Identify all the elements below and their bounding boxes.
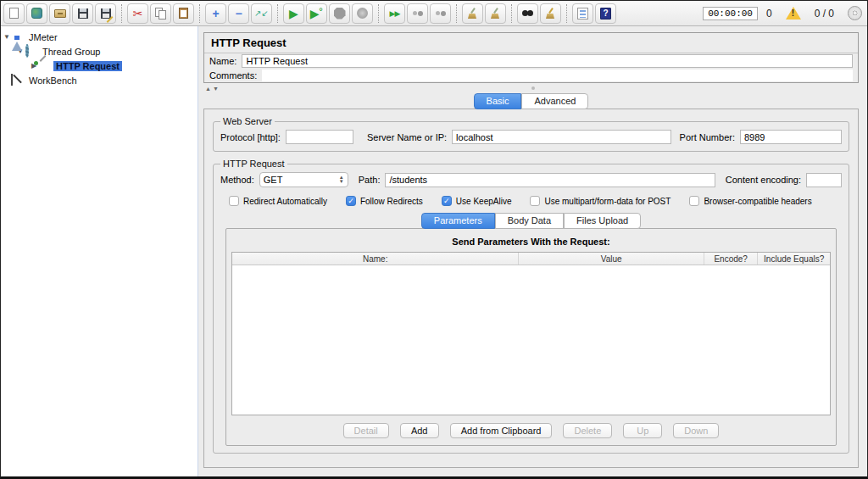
comments-row: Comments: — [204, 69, 858, 82]
send-parameters-title: Send Parameters With the Request: — [231, 232, 831, 252]
error-count: 0 — [766, 8, 772, 19]
run-indicator-icon — [848, 6, 862, 20]
checkbox-icon[interactable] — [229, 196, 239, 206]
name-label: Name: — [209, 56, 236, 66]
method-select[interactable]: GET ▲▼ — [259, 172, 348, 187]
checkbox-checked-icon[interactable]: ✓ — [442, 196, 452, 206]
elapsed-timer: 00:00:00 — [703, 7, 758, 20]
checkbox-icon[interactable] — [689, 196, 699, 206]
stop-icon — [334, 8, 346, 19]
protocol-label: Protocol [http]: — [220, 132, 281, 142]
split-grip-icon[interactable] — [531, 86, 535, 90]
collapse-all-button[interactable]: − — [228, 3, 249, 24]
start-no-pauses-icon: ▶˚ — [310, 8, 323, 19]
new-file-button[interactable] — [3, 3, 25, 24]
expand-arrow-icon[interactable]: ▼ — [3, 33, 11, 41]
split-arrows-icon[interactable]: ▲▼ — [205, 86, 220, 92]
server-name-input[interactable] — [452, 130, 671, 144]
tab-advanced[interactable]: Advanced — [521, 93, 588, 109]
delete-button[interactable]: Delete — [563, 423, 612, 438]
checkbox-follow-redirects[interactable]: ✓ Follow Redirects — [346, 196, 423, 206]
stepper-icon: ▲▼ — [339, 175, 344, 184]
http-request-legend: HTTP Request — [220, 159, 287, 169]
tree-item-label-selected[interactable]: HTTP Request — [53, 61, 122, 71]
function-helper-button[interactable] — [572, 3, 593, 24]
checkbox-browser-compatible-headers[interactable]: Browser-compatible headers — [689, 196, 811, 206]
column-header-value[interactable]: Value — [519, 253, 704, 265]
expand-all-button[interactable]: + — [205, 3, 226, 24]
checkbox-icon[interactable] — [530, 196, 540, 206]
path-label: Path: — [359, 175, 381, 185]
name-input[interactable] — [242, 54, 853, 68]
port-input[interactable] — [740, 130, 842, 144]
port-label: Port Number: — [680, 132, 735, 142]
column-header-encode[interactable]: Encode? — [704, 253, 758, 265]
paste-button[interactable] — [173, 3, 194, 24]
templates-icon — [31, 8, 42, 19]
save-as-icon — [101, 8, 111, 19]
remote-stop-all-button[interactable] — [407, 3, 428, 24]
start-no-pauses-button[interactable]: ▶˚ — [306, 3, 327, 24]
column-header-name[interactable]: Name: — [232, 253, 519, 265]
down-button[interactable]: Down — [673, 423, 719, 438]
toolbar-separator — [199, 4, 200, 23]
start-button[interactable]: ▶ — [283, 3, 304, 24]
tree-item-workbench[interactable]: WorkBench — [3, 73, 196, 87]
workbench-icon — [11, 75, 24, 86]
protocol-input[interactable] — [286, 130, 353, 144]
parameters-panel: Send Parameters With the Request: Name: … — [225, 228, 837, 446]
save-as-button[interactable] — [95, 3, 116, 24]
checkbox-redirect-automatically[interactable]: Redirect Automatically — [229, 196, 327, 206]
tree-item-label[interactable]: JMeter — [26, 32, 60, 42]
tab-files-upload[interactable]: Files Upload — [564, 213, 641, 229]
toolbar-separator — [121, 4, 122, 23]
open-file-button[interactable] — [49, 3, 70, 24]
tree-item-jmeter[interactable]: ▼ JMeter — [3, 30, 196, 44]
tab-parameters[interactable]: Parameters — [421, 213, 495, 229]
up-button[interactable]: Up — [623, 423, 662, 438]
checkbox-use-keepalive[interactable]: ✓ Use KeepAlive — [442, 196, 512, 206]
basic-tab-panel: Web Server Protocol [http]: Server Name … — [203, 109, 859, 468]
toggle-icon: ↗↙ — [254, 8, 269, 18]
parameters-table-body[interactable] — [232, 265, 830, 415]
toolbar-separator — [277, 4, 278, 23]
search-button[interactable] — [517, 3, 538, 24]
remote-shutdown-all-button[interactable] — [430, 3, 451, 24]
tree-item-label[interactable]: Thread Group — [40, 47, 103, 57]
clear-all-icon — [490, 8, 501, 19]
clear-all-button[interactable] — [485, 3, 506, 24]
stop-button[interactable] — [329, 3, 350, 24]
templates-button[interactable] — [26, 3, 47, 24]
warning-icon[interactable] — [786, 7, 801, 19]
content-encoding-input[interactable] — [806, 173, 842, 187]
add-button[interactable]: Add — [400, 423, 439, 438]
toolbar: ✂ + − ↗↙ ▶ ▶˚ ▶▶ ? 00:00:00 0 0 / 0 — [1, 1, 867, 26]
save-button[interactable] — [72, 3, 93, 24]
remote-start-all-button[interactable]: ▶▶ — [384, 3, 405, 24]
toolbar-separator — [511, 4, 512, 23]
cut-button[interactable]: ✂ — [127, 3, 148, 24]
tree-item-thread-group[interactable]: ▼ Thread Group — [3, 44, 196, 58]
copy-button[interactable] — [150, 3, 171, 24]
parameters-table: Name: Value Encode? Include Equals? — [231, 252, 831, 415]
add-from-clipboard-button[interactable]: Add from Clipboard — [450, 423, 553, 438]
tree-item-http-request[interactable]: ▶ HTTP Request — [3, 58, 196, 73]
checkbox-multipart-post[interactable]: Use multipart/form-data for POST — [530, 196, 670, 206]
help-button[interactable]: ? — [595, 3, 616, 24]
clear-button[interactable] — [462, 3, 483, 24]
tree-item-label[interactable]: WorkBench — [26, 75, 80, 86]
split-divider[interactable]: ▲▼ — [203, 83, 859, 93]
method-label: Method: — [220, 175, 254, 185]
toggle-button[interactable]: ↗↙ — [251, 3, 272, 24]
tab-body-data[interactable]: Body Data — [495, 213, 564, 229]
column-header-include-equals[interactable]: Include Equals? — [758, 253, 830, 265]
shutdown-button[interactable] — [352, 3, 373, 24]
comments-label: Comments: — [209, 70, 257, 81]
search-reset-button[interactable] — [540, 3, 561, 24]
basic-advanced-tabs: Basic Advanced — [203, 93, 859, 109]
comments-input[interactable] — [262, 70, 853, 81]
detail-button[interactable]: Detail — [343, 423, 389, 438]
path-input[interactable] — [385, 173, 715, 187]
tab-basic[interactable]: Basic — [474, 93, 522, 109]
checkbox-checked-icon[interactable]: ✓ — [346, 196, 356, 206]
